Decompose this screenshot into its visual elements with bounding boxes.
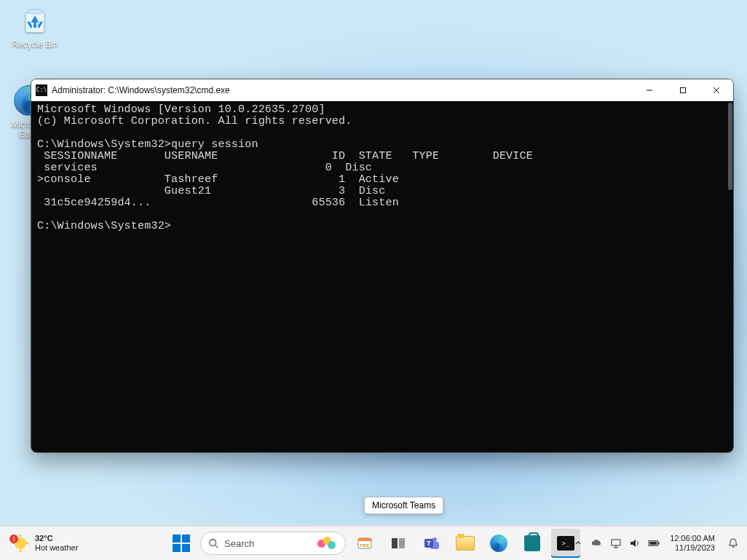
console-line: (c) Microsoft Corporation. All rights re… bbox=[37, 115, 352, 127]
tray-network-icon[interactable] bbox=[610, 537, 622, 549]
taskbar-app-teams[interactable]: T bbox=[417, 529, 446, 558]
taskbar-tooltip: Microsoft Teams bbox=[364, 497, 443, 514]
weather-desc: Hot weather bbox=[35, 543, 78, 553]
taskbar-app-edge[interactable] bbox=[484, 529, 513, 558]
taskbar-app-taskview[interactable] bbox=[384, 529, 413, 558]
tray-volume-icon[interactable] bbox=[629, 537, 641, 549]
clock-time: 12:06:00 AM bbox=[670, 534, 715, 543]
minimize-button[interactable] bbox=[633, 79, 666, 101]
recycle-bin-icon bbox=[19, 4, 51, 36]
taskview-icon bbox=[390, 535, 406, 551]
svg-text:PRE: PRE bbox=[360, 543, 369, 548]
tray-onedrive-icon[interactable] bbox=[591, 537, 603, 549]
svg-rect-3 bbox=[681, 87, 686, 92]
svg-text:T: T bbox=[427, 540, 431, 547]
dev-preview-icon: PRE bbox=[356, 535, 374, 552]
system-tray: 12:06:00 AM 11/19/2023 bbox=[572, 534, 747, 553]
store-icon bbox=[524, 535, 540, 551]
taskbar-app-terminal[interactable]: >_ bbox=[551, 529, 580, 558]
console-prompt: C:\Windows\System32> bbox=[37, 138, 171, 151]
console-line: Microsoft Windows [Version 10.0.22635.27… bbox=[37, 103, 325, 116]
desktop-icon-label: Recycle Bin bbox=[9, 39, 61, 50]
taskbar-app-store[interactable] bbox=[518, 529, 547, 558]
folder-icon bbox=[456, 536, 475, 551]
console-row: 31c5ce94259d4... 65536 Listen bbox=[37, 197, 399, 209]
taskbar-search[interactable]: Search bbox=[200, 532, 346, 555]
search-highlight-icon bbox=[317, 537, 338, 550]
taskbar: 1 32°C Hot weather Search PRE bbox=[0, 525, 747, 560]
console-row: >console Tashreef 1 Active bbox=[37, 173, 399, 186]
svg-text:1: 1 bbox=[12, 536, 15, 543]
svg-rect-1 bbox=[28, 9, 42, 13]
cmd-window[interactable]: C:\ Administrator: C:\Windows\system32\c… bbox=[31, 79, 734, 453]
weather-icon: 1 bbox=[9, 533, 29, 553]
svg-rect-18 bbox=[392, 538, 398, 548]
svg-rect-16 bbox=[358, 538, 371, 541]
svg-line-14 bbox=[216, 545, 218, 548]
window-title: Administrator: C:\Windows\system32\cmd.e… bbox=[52, 85, 230, 95]
console-scrollbar[interactable] bbox=[728, 103, 732, 190]
close-button[interactable] bbox=[700, 79, 733, 101]
taskbar-app-dev[interactable]: PRE bbox=[350, 529, 379, 558]
svg-rect-28 bbox=[658, 542, 660, 545]
notifications-button[interactable] bbox=[725, 537, 741, 549]
search-icon bbox=[208, 538, 218, 548]
console-row: services 0 Disc bbox=[37, 162, 372, 174]
console-output[interactable]: Microsoft Windows [Version 10.0.22635.27… bbox=[31, 101, 733, 452]
svg-point-13 bbox=[210, 540, 216, 546]
teams-icon: T bbox=[423, 535, 440, 552]
console-row: Guest21 3 Disc bbox=[37, 185, 385, 197]
desktop-icon-recycle-bin[interactable]: Recycle Bin bbox=[9, 4, 61, 50]
taskbar-clock[interactable]: 12:06:00 AM 11/19/2023 bbox=[667, 534, 718, 553]
cmd-app-icon: C:\ bbox=[36, 84, 47, 96]
window-titlebar[interactable]: C:\ Administrator: C:\Windows\system32\c… bbox=[31, 79, 733, 101]
terminal-icon: >_ bbox=[557, 536, 574, 551]
svg-rect-24 bbox=[612, 540, 620, 545]
console-prompt: C:\Windows\System32> bbox=[37, 220, 171, 232]
search-label: Search bbox=[224, 538, 312, 549]
console-command: query session bbox=[171, 138, 258, 151]
taskbar-weather-widget[interactable]: 1 32°C Hot weather bbox=[0, 533, 116, 553]
weather-temp: 32°C bbox=[35, 534, 78, 543]
edge-icon bbox=[490, 535, 507, 552]
svg-rect-19 bbox=[399, 538, 405, 548]
windows-logo-icon bbox=[173, 535, 190, 552]
taskbar-app-explorer[interactable] bbox=[451, 529, 480, 558]
tray-battery-icon[interactable] bbox=[648, 537, 660, 549]
start-button[interactable] bbox=[167, 529, 196, 558]
maximize-button[interactable] bbox=[666, 79, 700, 101]
clock-date: 11/19/2023 bbox=[670, 543, 715, 553]
console-headers: SESSIONNAME USERNAME ID STATE TYPE DEVIC… bbox=[37, 150, 533, 162]
svg-rect-29 bbox=[649, 542, 657, 545]
taskbar-center: Search PRE T bbox=[167, 529, 580, 558]
